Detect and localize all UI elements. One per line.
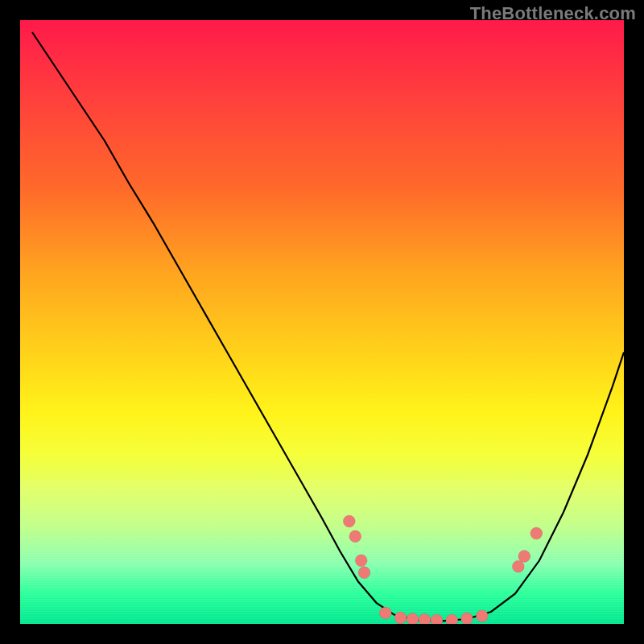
data-point <box>446 614 458 624</box>
data-point <box>379 607 391 619</box>
data-point <box>512 560 524 572</box>
data-point <box>530 527 543 539</box>
data-points <box>343 515 543 624</box>
data-point <box>431 614 443 624</box>
plot-area <box>20 20 624 624</box>
chart-frame: TheBottleneck.com <box>0 0 644 644</box>
curve-layer <box>20 20 624 624</box>
data-point <box>349 530 361 543</box>
data-point <box>394 612 407 624</box>
data-point <box>461 613 473 624</box>
data-point <box>355 555 367 567</box>
data-point <box>343 515 355 527</box>
data-point <box>476 610 488 622</box>
data-point <box>419 613 431 624</box>
watermark: TheBottleneck.com <box>470 3 636 24</box>
data-point <box>518 551 530 563</box>
data-point <box>407 613 419 625</box>
data-point <box>358 567 370 579</box>
